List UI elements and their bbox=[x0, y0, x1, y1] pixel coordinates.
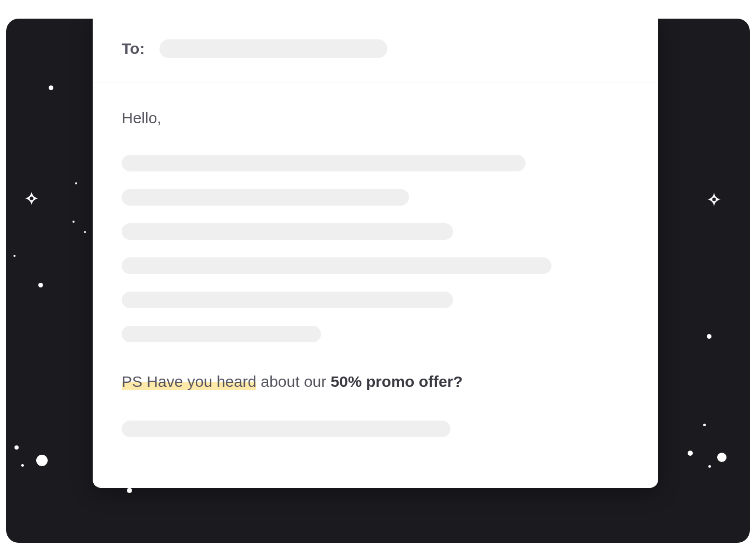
ps-text: PS Have you heard about our 50% promo of… bbox=[122, 371, 629, 392]
ps-highlighted: PS Have you heard bbox=[122, 373, 256, 390]
star-dot-icon bbox=[38, 283, 43, 287]
svg-point-1 bbox=[713, 198, 716, 201]
body-line-placeholder bbox=[122, 326, 321, 342]
star-shape-icon bbox=[706, 192, 722, 209]
star-dot-icon bbox=[36, 455, 48, 466]
star-dot-icon bbox=[127, 488, 132, 493]
to-label: To: bbox=[122, 40, 144, 57]
greeting-text: Hello, bbox=[122, 109, 629, 127]
body-line-placeholder bbox=[122, 189, 409, 206]
star-dot-icon bbox=[49, 85, 53, 90]
star-dot-icon bbox=[72, 221, 75, 223]
ps-bold: 50% promo offer? bbox=[331, 373, 463, 390]
body-line-placeholder bbox=[122, 155, 526, 171]
star-shape-icon bbox=[24, 191, 39, 208]
body-line-placeholder bbox=[122, 223, 453, 240]
email-body: Hello, PS Have you heard about our 50% p… bbox=[93, 82, 658, 482]
star-dot-icon bbox=[21, 464, 24, 467]
svg-point-0 bbox=[30, 197, 34, 200]
star-dot-icon bbox=[688, 451, 693, 456]
star-dot-icon bbox=[14, 445, 19, 450]
star-dot-icon bbox=[717, 453, 726, 462]
email-card: To: Hello, PS Have you heard about our 5… bbox=[93, 19, 658, 488]
star-dot-icon bbox=[13, 255, 16, 257]
body-line-placeholder bbox=[122, 421, 450, 437]
star-dot-icon bbox=[708, 465, 711, 468]
background-panel: To: Hello, PS Have you heard about our 5… bbox=[6, 19, 750, 543]
body-line-placeholder bbox=[122, 292, 453, 308]
email-header: To: bbox=[93, 19, 658, 82]
star-dot-icon bbox=[707, 334, 711, 339]
star-dot-icon bbox=[84, 231, 86, 233]
body-line-placeholder bbox=[122, 257, 551, 274]
star-dot-icon bbox=[703, 424, 706, 426]
star-dot-icon bbox=[75, 182, 77, 184]
to-field-placeholder[interactable] bbox=[159, 39, 387, 58]
ps-middle: about our bbox=[256, 373, 330, 390]
